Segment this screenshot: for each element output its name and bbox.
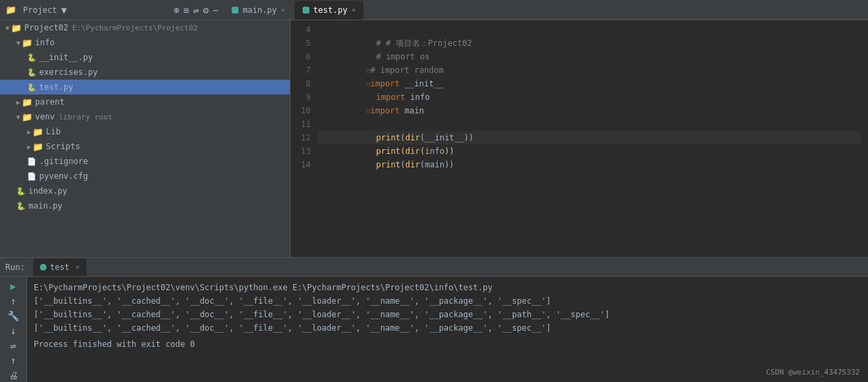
toolbar: 📁 Project ▼ ⊕ ≡ ⇌ ⚙ − main.py ✕ test.py … [0, 0, 868, 20]
tab-test-close[interactable]: ✕ [351, 6, 355, 13]
panel-content: ▶ ↑ 🔧 ↓ ⇌ ↑ 🖨 E:\PycharmProjects\Project… [0, 277, 868, 382]
sidebar-item-scripts[interactable]: ▶ 📁 Scripts [0, 139, 290, 154]
run-tab-bar: Run: test ✕ [0, 258, 868, 277]
sidebar-item-info[interactable]: ▼ 📁 info [0, 35, 290, 50]
sidebar-label-lib: Lib [46, 127, 61, 136]
console-output-line-3: ['__builtins__', '__cached__', '__doc__'… [34, 321, 861, 335]
tab-test-py-label: test.py [313, 5, 348, 15]
panel-sidebar: ▶ ↑ 🔧 ↓ ⇌ ↑ 🖨 [0, 277, 27, 382]
settings-icon[interactable]: ⚙ [203, 5, 208, 16]
settings-panel-button[interactable]: 🖨 [5, 370, 22, 381]
expand-icon-lib: ▶ [27, 128, 31, 136]
tab-main-py[interactable]: main.py ✕ [224, 1, 293, 20]
sidebar-item-test-py[interactable]: 🐍 test.py [0, 80, 290, 94]
sidebar-label-main: main.py [28, 201, 63, 211]
project-label: Project [23, 5, 57, 15]
run-tab-icon [40, 264, 47, 271]
py-icon-main: 🐍 [16, 202, 26, 211]
sidebar-item-main-py[interactable]: 🐍 main.py [0, 198, 290, 213]
py-icon-test: 🐍 [27, 83, 36, 92]
nav-icon-2[interactable]: ≡ [184, 5, 189, 16]
tab-test-py[interactable]: test.py ✕ [295, 1, 364, 20]
console-command-line: E:\PycharmProjects\Project02\venv\Script… [34, 281, 861, 294]
sidebar-label-init: __init__.py [39, 53, 93, 62]
sidebar-path: E:\PycharmProjects\Project02 [72, 24, 197, 32]
py-file-icon [232, 7, 238, 13]
rerun-button[interactable]: 🔧 [5, 310, 22, 321]
py-icon-index: 🐍 [16, 187, 26, 196]
code-lines: # # 项目名：Project02 # import os ⊟# import … [317, 23, 868, 171]
toolbar-left: 📁 Project ▼ ⊕ ≡ ⇌ ⚙ − [5, 5, 218, 16]
nav-icon-3[interactable]: ⇌ [193, 5, 199, 16]
console-exit-line: Process finished with exit code 0 [34, 337, 861, 351]
console-output-line-1: ['__builtins__', '__cached__', '__doc__'… [34, 294, 861, 308]
main-area: ▼ 📁 Project02 E:\PycharmProjects\Project… [0, 20, 868, 257]
scroll-down-button[interactable]: ↓ [5, 325, 22, 336]
expand-icon-venv: ▼ [16, 113, 20, 121]
sidebar-item-parent[interactable]: ▶ 📁 parent [0, 94, 290, 109]
editor-area[interactable]: 4 5 6 7 8 9 10 11 12 13 14 # # 项目名：Proje… [290, 20, 868, 257]
sidebar-item-init-py[interactable]: 🐍 __init__.py [0, 50, 290, 65]
sidebar-item-gitignore[interactable]: 📄 .gitignore [0, 154, 290, 169]
console-output[interactable]: E:\PycharmProjects\Project02\venv\Script… [27, 277, 868, 382]
gitignore-icon: 📄 [27, 157, 36, 166]
py-icon-exercises: 🐍 [27, 68, 36, 77]
venv-folder-icon: 📁 [22, 112, 32, 122]
sidebar-item-exercises-py[interactable]: 🐍 exercises.py [0, 65, 290, 80]
sidebar-item-lib[interactable]: ▶ 📁 Lib [0, 124, 290, 139]
lib-folder-icon: 📁 [32, 127, 43, 137]
code-line-11: print(dir(__init__)) [317, 117, 861, 131]
folder-icon: 📁 [5, 5, 16, 15]
run-label: Run: [5, 263, 25, 272]
info-folder-icon: 📁 [22, 38, 32, 48]
expand-icon: ▼ [5, 24, 9, 32]
tab-bar: main.py ✕ test.py ✕ [224, 1, 863, 20]
tab-main-py-label: main.py [242, 5, 277, 15]
code-line-4: # # 项目名：Project02 [317, 23, 861, 36]
sidebar-label-project02: Project02 [24, 23, 68, 32]
expand-icon-scripts: ▶ [27, 143, 31, 151]
run-tab-close[interactable]: ✕ [76, 263, 80, 271]
py-icon-init: 🐍 [27, 53, 36, 62]
code-container: 4 5 6 7 8 9 10 11 12 13 14 # # 项目名：Proje… [290, 20, 868, 174]
py-file-icon-2 [303, 7, 309, 13]
sidebar-label-pyvenv: pyvenv.cfg [39, 171, 88, 181]
bottom-panel: Run: test ✕ ▶ ↑ 🔧 ↓ ⇌ ↑ 🖨 E:\PycharmProj… [0, 257, 868, 382]
tab-main-close[interactable]: ✕ [281, 6, 285, 13]
sidebar-label-gitignore: .gitignore [39, 157, 88, 166]
expand-icon-parent: ▶ [16, 99, 20, 106]
sidebar-label-test: test.py [39, 82, 74, 92]
sidebar-item-project02[interactable]: ▼ 📁 Project02 E:\PycharmProjects\Project… [0, 20, 290, 35]
sidebar-label-info: info [35, 38, 55, 47]
nav-icon-1[interactable]: ⊕ [174, 5, 179, 16]
root-folder-icon: 📁 [11, 23, 22, 33]
sidebar-item-venv[interactable]: ▼ 📁 venv library root [0, 109, 290, 124]
sidebar-label-scripts: Scripts [46, 142, 80, 151]
expand-icon-info: ▼ [16, 39, 20, 47]
sidebar-item-index-py[interactable]: 🐍 index.py [0, 184, 290, 198]
sidebar-label-parent: parent [35, 97, 64, 107]
venv-badge: library root [59, 113, 112, 121]
project-sidebar: ▼ 📁 Project02 E:\PycharmProjects\Project… [0, 20, 290, 257]
parent-folder-icon: 📁 [22, 97, 32, 107]
minimize-icon[interactable]: − [213, 5, 218, 16]
run-tab[interactable]: test ✕ [33, 258, 86, 276]
sidebar-label-index: index.py [28, 186, 68, 196]
watermark: CSDN @weixin_43475332 [766, 368, 860, 377]
sidebar-label-exercises: exercises.py [39, 67, 98, 77]
run-tab-label: test [50, 263, 70, 272]
cfg-icon: 📄 [27, 172, 36, 181]
stop-button[interactable]: ↑ [5, 296, 22, 306]
dropdown-icon[interactable]: ▼ [61, 5, 67, 16]
sidebar-item-pyvenv[interactable]: 📄 pyvenv.cfg [0, 169, 290, 184]
soft-wrap-button[interactable]: ⇌ [5, 340, 22, 351]
scroll-up-button[interactable]: ↑ [5, 355, 22, 366]
scripts-folder-icon: 📁 [32, 142, 43, 152]
line-numbers: 4 5 6 7 8 9 10 11 12 13 14 [290, 23, 317, 171]
run-button[interactable]: ▶ [5, 281, 22, 292]
sidebar-label-venv: venv [35, 112, 55, 121]
console-output-line-2: ['__builtins__', '__cached__', '__doc__'… [34, 308, 861, 321]
